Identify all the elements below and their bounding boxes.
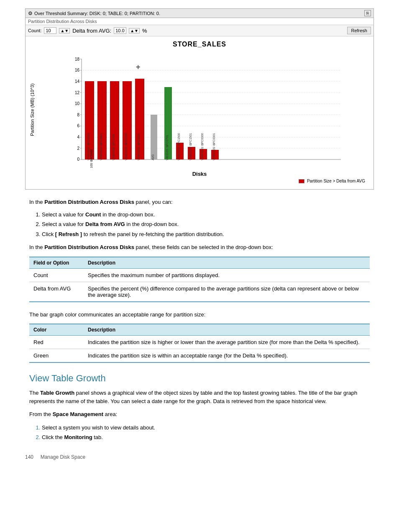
table-row: Green Indicates the partition size is wi… [29,349,370,363]
chart-title-text: Over Threshold Summary: DISK: 0; TABLE: … [34,11,160,16]
table-row: Delta from AVG Specifies the percent (%)… [29,282,370,302]
refresh-button[interactable]: Refresh [347,27,371,34]
chart-section-label: Partition Distribution Across Disks [26,18,373,25]
delta-label: Delta from AVG: [72,28,111,34]
legend-label: Partition Size > Delta from AVG [307,179,365,183]
section-post: panel shows a graphical view of the obje… [29,390,357,404]
svg-text:\THE010S \$FC0201: \THE010S \$FC0201 [137,133,140,160]
table1-row2-field: Delta from AVG [29,282,84,302]
intro-pre: In the [29,199,44,205]
svg-text:10: 10 [75,101,80,106]
section-bold: Table Growth [40,390,74,396]
legend-color-box [299,179,304,183]
step-s2-rest: tab. [92,434,103,440]
count-input[interactable] [44,27,56,34]
desc1-pre: In the [29,244,44,250]
from-pre: From the [29,411,53,417]
from-space-text: From the Space Management area: [29,410,370,419]
table2-col1-header: Color [29,324,84,336]
svg-text:\THE010S \$FC1501: \THE010S \$FC1501 [189,133,192,160]
step-3: Click [ Refresh ] to refresh the panel b… [42,230,370,239]
chart-title-bar: ⚙ Over Threshold Summary: DISK: 0; TABLE… [26,9,373,18]
step-s2: Click the Monitoring tab. [42,433,370,442]
chart-icon: ⚙ [28,10,33,16]
step-2-bold: Delta from AVG [85,221,125,227]
step-1: Select a value for Count in the drop-dow… [42,211,370,219]
chart-body: STORE_SALES Partition Size (MB) (10^3) 0… [26,36,373,189]
intro-paragraph: In the Partition Distribution Across Dis… [29,198,370,206]
step-3-bold: [ Refresh ] [55,231,82,237]
step-2-pre: Select a value for [42,221,85,227]
x-axis-label: Disks [30,171,369,177]
table2-row2-desc: Indicates the partition size is within a… [84,349,370,363]
pct-spinner-icon[interactable]: ▲▼ [129,28,140,33]
step-s1: Select a system you wish to view details… [42,424,370,432]
table2-row2-field: Green [29,349,84,363]
page-footer: 140 Manage Disk Space [25,454,374,460]
table1-row2-desc: Specifies the percent (%) difference com… [84,282,370,302]
table2-row1-desc: Indicates the partition size is higher o… [84,336,370,349]
intro-post: panel, you can: [134,199,173,205]
chart-svg: 0 2 4 6 8 [36,51,369,168]
step-1-pre: Select a value for [42,211,85,218]
svg-text:\THE010S \$FC0302: \THE010S \$FC0302 [87,133,90,160]
chart-controls: Count: ▲▼ Delta from AVG: ▲▼ % Refresh [26,25,373,36]
desc1-bold: Partition Distribution Across Disks [44,244,134,250]
svg-text:+: + [136,63,141,71]
from-post: area: [103,411,117,417]
step-1-rest: in the drop-down box. [101,211,155,218]
y-axis-label: Partition Size (MB) (10^3) [30,51,35,169]
chart-title-bar-left: ⚙ Over Threshold Summary: DISK: 0; TABLE… [28,10,160,16]
step-s2-pre: Click the [42,434,64,440]
count-label: Count: [28,28,41,33]
step-s2-bold: Monitoring [64,434,92,440]
chart-inner: 0 2 4 6 8 [36,51,369,169]
steps-list-2: Select a system you wish to view details… [42,424,370,442]
svg-text:\THE010$ \$FC1501: \THE010$ \$FC1501 [112,134,115,160]
table1-row1-desc: Specifies the maximum number of partitio… [84,268,370,282]
table1-col1-header: Field or Option [29,257,84,269]
content-area: In the Partition Distribution Across Dis… [25,198,374,442]
color-table: Color Description Red Indicates the part… [29,324,370,363]
table1-col2-header: Description [84,257,370,269]
svg-text:8: 8 [77,113,79,117]
desc1-post: panel, these fields can be selected in t… [134,244,273,250]
svg-text:16: 16 [75,68,80,72]
svg-text:\HE010S \$FC0701: \HE010S \$FC0701 [166,135,169,160]
svg-text:\THE010S \$FC0801: \THE010S \$FC0801 [100,133,102,160]
step-1-bold: Count [85,211,101,218]
svg-text:4: 4 [77,135,79,139]
table2-col2-header: Description [84,324,370,336]
step-2-rest: in the drop-down box. [125,221,179,227]
svg-text:AVG: AVG [151,154,154,160]
chart-legend: Partition Size > Delta from AVG [30,177,369,185]
svg-text:18: 18 [75,57,80,62]
svg-text:\THE010S \$FC0300: \THE010S \$FC0300 [201,133,204,160]
spinner-icon[interactable]: ▲▼ [59,28,70,33]
chart-graph-title: STORE_SALES [30,41,369,48]
svg-text:2: 2 [77,146,79,151]
steps-list-1: Select a value for Count in the drop-dow… [42,211,370,239]
table1-header-row: Field or Option Description [29,257,370,269]
page-label: Manage Disk Space [41,454,85,460]
fields-table: Field or Option Description Count Specif… [29,257,370,302]
table2-row1-field: Red [29,336,84,349]
section-body: The Table Growth panel shows a graphical… [29,389,370,405]
step-3-pre: Click [42,231,55,237]
svg-text:\THE010S \$FC0302: \THE010S \$FC0302 [90,149,93,168]
table2-header-row: Color Description [29,324,370,336]
chart-graph-area: Partition Size (MB) (10^3) 0 2 4 [30,51,369,169]
section-pre: The [29,390,40,396]
step-s1-text: Select a system you wish to view details… [42,424,155,431]
step-2: Select a value for Delta from AVG in the… [42,220,370,229]
svg-text:0: 0 [77,157,79,162]
svg-text:\THE010S \$FC0700: \THE010S \$FC0700 [125,133,128,160]
table-row: Red Indicates the partition size is high… [29,336,370,349]
pct-input[interactable] [114,27,126,34]
section-heading: View Table Growth [29,373,370,384]
pct-unit: % [142,28,147,34]
page-number: 140 [25,454,33,460]
copy-icon: ⎘ [364,10,371,16]
svg-text:\THE010S \$FC1500: \THE010S \$FC1500 [177,133,180,160]
svg-text:\THE010S \$FC0301: \THE010S \$FC0301 [212,133,215,160]
